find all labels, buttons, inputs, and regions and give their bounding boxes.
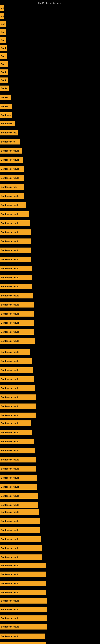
bar-label-64: Bottleneck result (0, 572, 46, 577)
bar-label-44: Bottleneck result (0, 394, 36, 400)
bar-row-51: Bottleneck result (0, 457, 36, 462)
site-title: TheBottlenecker.com (0, 0, 100, 6)
bar-label-55: Bottleneck result (0, 493, 38, 499)
bar-label-28: Bottleneck result (0, 248, 31, 253)
bar-label-1: Bo (0, 13, 4, 19)
bar-label-25: Bottleneck result (0, 220, 30, 226)
bar-label-61: Bottleneck result (0, 546, 42, 551)
bar-row-34: Bottleneck result (0, 302, 34, 308)
bar-row-28: Bottleneck result (0, 248, 31, 253)
bar-row-6: Bott (0, 53, 7, 59)
bar-label-72: Bottleneck result (0, 642, 46, 644)
bar-row-48: Bottleneck result (0, 430, 32, 435)
bar-row-16: Bottleneck re (0, 139, 20, 144)
bar-row-54: Bottleneck result (0, 484, 37, 490)
bar-row-52: Bottleneck result (0, 466, 36, 472)
bar-label-71: Bottleneck result (0, 634, 45, 639)
bar-label-8: Bottl (0, 70, 8, 75)
bar-row-53: Bottleneck result (0, 475, 37, 480)
bar-row-35: Bottleneck result (0, 311, 34, 316)
bar-row-41: Bottleneck result (0, 367, 33, 373)
bar-label-15: Bottleneck resu (0, 130, 18, 136)
bar-label-22: Bottleneck result (0, 193, 24, 199)
bar-label-7: Bott (0, 62, 8, 67)
bar-row-37: Bottleneck result (0, 329, 34, 335)
bar-label-38: Bottleneck result (0, 338, 35, 344)
bar-label-48: Bottleneck result (0, 430, 32, 435)
bar-label-46: Bottleneck result (0, 412, 36, 418)
bar-row-27: Bottleneck result (0, 238, 31, 244)
bar-label-34: Bottleneck result (0, 302, 34, 308)
bar-row-71: Bottleneck result (0, 634, 45, 639)
bar-label-32: Bottleneck result (0, 284, 32, 290)
bar-row-47: Bottleneck result (0, 420, 31, 426)
bar-label-66: Bottleneck result (0, 590, 47, 595)
bar-label-42: Bottleneck result (0, 376, 34, 382)
bar-label-5: Bottl (0, 45, 7, 51)
bar-label-40: Bottleneck result (0, 358, 32, 364)
bar-label-18: Bottleneck result (0, 157, 23, 162)
bar-row-29: Bottleneck result (0, 256, 31, 262)
bar-row-43: Bottleneck result (0, 386, 35, 391)
bar-label-57: Bottleneck result (0, 509, 39, 515)
bar-label-4: Bott (0, 37, 6, 43)
bar-row-8: Bottl (0, 70, 8, 75)
bar-label-58: Bottleneck result (0, 518, 40, 524)
bar-row-26: Bottleneck result (0, 230, 31, 235)
bar-label-3: Bott (0, 29, 6, 35)
bar-label-29: Bottleneck result (0, 256, 31, 262)
bar-label-9: Bottl (0, 78, 8, 83)
bar-label-47: Bottleneck result (0, 420, 31, 426)
bar-label-23: Bottleneck result (0, 202, 26, 208)
bar-row-56: Bottleneck result (0, 502, 38, 508)
bar-row-45: Bottleneck result (0, 404, 36, 409)
bar-label-70: Bottleneck result (0, 624, 47, 630)
bar-row-14: Bottleneck r (0, 121, 15, 126)
bar-row-18: Bottleneck result (0, 157, 23, 162)
bar-row-21: Bottleneck resu (0, 184, 24, 190)
bar-label-10: Bottle (0, 86, 9, 91)
bar-label-51: Bottleneck result (0, 457, 36, 462)
bar-label-13: Bottlenec (0, 112, 12, 118)
bar-row-15: Bottleneck resu (0, 130, 18, 136)
bar-label-21: Bottleneck resu (0, 184, 24, 190)
bar-label-26: Bottleneck result (0, 230, 31, 235)
bar-row-58: Bottleneck result (0, 518, 40, 524)
bar-row-19: Bottleneck result (0, 166, 24, 172)
bar-row-2: Bott (0, 21, 6, 27)
bar-label-30: Bottleneck result (0, 266, 32, 271)
bar-row-3: Bott (0, 29, 6, 35)
bar-label-27: Bottleneck result (0, 238, 31, 244)
bar-label-17: Bottleneck result (0, 148, 22, 154)
bar-label-69: Bottleneck result (0, 616, 47, 621)
bar-row-32: Bottleneck result (0, 284, 32, 290)
bar-label-67: Bottleneck result (0, 598, 47, 604)
bar-label-39: Bottleneck result (0, 349, 30, 355)
bar-row-30: Bottleneck result (0, 266, 32, 271)
bar-label-37: Bottleneck result (0, 329, 34, 335)
bar-row-0: Bo (0, 5, 3, 11)
bar-row-11: Bottlen (0, 94, 11, 100)
bar-row-1: Bo (0, 13, 4, 19)
bar-label-49: Bottleneck result (0, 439, 34, 444)
bar-label-41: Bottleneck result (0, 367, 33, 373)
bar-row-33: Bottleneck result (0, 293, 33, 298)
bar-row-4: Bott (0, 37, 6, 43)
bar-row-65: Bottleneck result (0, 580, 47, 586)
bar-label-14: Bottleneck r (0, 121, 15, 126)
bar-row-25: Bottleneck result (0, 220, 30, 226)
bar-label-33: Bottleneck result (0, 293, 33, 298)
bar-row-40: Bottleneck result (0, 358, 32, 364)
bar-label-19: Bottleneck result (0, 166, 24, 172)
bar-label-36: Bottleneck result (0, 320, 34, 326)
bar-label-68: Bottleneck result (0, 607, 47, 612)
bar-row-13: Bottlenec (0, 112, 12, 118)
bar-row-50: Bottleneck result (0, 448, 35, 454)
bar-row-20: Bottleneck result (0, 175, 24, 181)
bar-row-66: Bottleneck result (0, 590, 47, 595)
bar-row-12: Bottler (0, 104, 12, 109)
bar-row-72: Bottleneck result (0, 642, 46, 644)
bar-row-46: Bottleneck result (0, 412, 36, 418)
bar-label-63: Bottleneck result (0, 563, 46, 568)
bar-label-54: Bottleneck result (0, 484, 37, 490)
